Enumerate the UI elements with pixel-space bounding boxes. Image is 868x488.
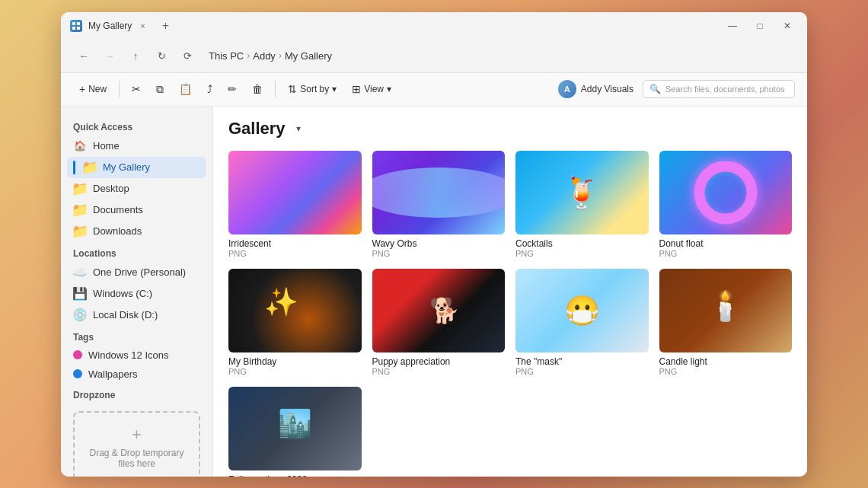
cut-button[interactable]: ✂ bbox=[126, 80, 147, 98]
search-placeholder: Search files, documents, photos bbox=[665, 85, 785, 94]
sidebar-item-desktop[interactable]: 📁 Desktop bbox=[67, 178, 206, 199]
gallery-item-wavy-orbs[interactable]: Wavy Orbs PNG bbox=[372, 151, 506, 258]
folder-documents-icon: 📁 bbox=[73, 203, 87, 217]
tags-label: Tags bbox=[67, 326, 206, 346]
folder-downloads-icon: 📁 bbox=[73, 225, 87, 238]
folder-gallery-icon: 📁 bbox=[83, 161, 97, 174]
sidebar-item-my-gallery[interactable]: 📁 My Gallery bbox=[67, 157, 206, 178]
tab-label: My Gallery bbox=[88, 21, 132, 31]
sidebar-item-wallpapers[interactable]: Wallpapers bbox=[67, 365, 206, 384]
gallery-item-puppy[interactable]: Puppy appreciation PNG bbox=[372, 269, 506, 376]
sidebar-home-label: Home bbox=[93, 140, 120, 152]
rename-icon: ✏ bbox=[228, 83, 237, 95]
gallery-item-cocktails[interactable]: Cocktails PNG bbox=[515, 151, 649, 258]
sort-button[interactable]: ⇅ Sort by ▾ bbox=[282, 80, 343, 98]
thumbnail-candle bbox=[659, 269, 793, 352]
history-button[interactable]: ↻ bbox=[151, 45, 172, 66]
refresh-button[interactable]: ⟳ bbox=[177, 45, 198, 66]
gallery-item-birthday[interactable]: My Birthday PNG bbox=[228, 269, 362, 376]
dropzone-label: Dropzone bbox=[67, 384, 206, 403]
cut-icon: ✂ bbox=[132, 83, 141, 95]
item-type-iridescent: PNG bbox=[228, 249, 362, 258]
item-type-puppy: PNG bbox=[372, 367, 506, 376]
item-type-candle: PNG bbox=[659, 367, 793, 376]
thumbnail-mask bbox=[515, 269, 649, 352]
paste-button[interactable]: 📋 bbox=[173, 80, 198, 98]
thumbnail-puppy bbox=[372, 269, 506, 352]
gallery-item-mask[interactable]: The "mask" PNG bbox=[515, 269, 649, 376]
gallery-item-donut-float[interactable]: Donut float PNG bbox=[659, 151, 793, 258]
item-title-birthday: My Birthday bbox=[228, 356, 362, 367]
sidebar-item-onedrive[interactable]: ☁️ One Drive (Personal) bbox=[67, 262, 206, 283]
nav-bar: ← → ↑ ↻ ⟳ This PC › Addy › My Gallery bbox=[61, 40, 807, 73]
delete-button[interactable]: 🗑 bbox=[246, 80, 269, 98]
sidebar-item-downloads[interactable]: 📁 Downloads bbox=[67, 221, 206, 242]
item-type-mask: PNG bbox=[515, 367, 649, 376]
user-button[interactable]: A Addy Visuals bbox=[552, 77, 640, 101]
dropzone-text: Drag & Drop temporary files here bbox=[87, 448, 187, 469]
gallery-dropdown-button[interactable]: ▾ bbox=[290, 120, 307, 137]
thumbnail-iridescent bbox=[228, 151, 362, 234]
view-chevron-icon: ▾ bbox=[387, 84, 391, 94]
folder-desktop-icon: 📁 bbox=[73, 182, 87, 196]
copy-icon: ⧉ bbox=[156, 83, 164, 96]
file-explorer-window: My Gallery × + — □ ✕ ← → ↑ ↻ ⟳ This PC ›… bbox=[61, 12, 807, 477]
item-type-cocktails: PNG bbox=[515, 249, 649, 258]
sidebar-item-local-d[interactable]: 💿 Local Disk (D:) bbox=[67, 305, 206, 326]
gallery-grid: Irridescent PNG Wavy Orbs PNG Cocktails … bbox=[228, 151, 792, 477]
forward-button[interactable]: → bbox=[99, 45, 120, 66]
sidebar-item-win12-icons[interactable]: Windows 12 Icons bbox=[67, 346, 206, 365]
close-button[interactable]: ✕ bbox=[777, 15, 798, 37]
active-tab[interactable]: My Gallery × bbox=[88, 18, 150, 33]
breadcrumb-current[interactable]: My Gallery bbox=[285, 50, 332, 62]
minimize-button[interactable]: — bbox=[722, 15, 743, 37]
item-title-donut-float: Donut float bbox=[659, 238, 793, 249]
copy-button[interactable]: ⧉ bbox=[150, 80, 170, 99]
sidebar-item-documents[interactable]: 📁 Documents bbox=[67, 199, 206, 221]
gallery-header: Gallery ▾ bbox=[228, 119, 792, 139]
tab-close-button[interactable]: × bbox=[135, 18, 150, 33]
item-title-cocktails: Cocktails bbox=[515, 238, 649, 249]
gallery-item-vacation[interactable]: Fall vacations 2020 PNG bbox=[228, 387, 362, 477]
active-indicator bbox=[73, 161, 75, 174]
breadcrumb-addy[interactable]: Addy bbox=[253, 50, 276, 62]
sort-icon: ⇅ bbox=[288, 83, 297, 95]
sidebar-desktop-label: Desktop bbox=[93, 183, 129, 194]
cloud-icon: ☁️ bbox=[73, 266, 87, 279]
up-button[interactable]: ↑ bbox=[125, 45, 146, 66]
toolbar-separator-1 bbox=[119, 81, 120, 97]
svg-rect-1 bbox=[77, 22, 80, 25]
back-button[interactable]: ← bbox=[73, 45, 94, 66]
item-title-iridescent: Irridescent bbox=[228, 238, 362, 249]
toolbar: + New ✂ ⧉ 📋 ⤴ ✏ 🗑 ⇅ Sort by ▾ ⊞ View bbox=[61, 73, 807, 107]
tab-add-button[interactable]: + bbox=[156, 17, 174, 35]
main-content: Gallery ▾ Irridescent PNG Wavy Orbs bbox=[213, 107, 807, 477]
new-button[interactable]: + New bbox=[73, 80, 113, 98]
quick-access-label: Quick Access bbox=[67, 116, 206, 136]
sidebar-item-windows-c[interactable]: 💾 Windows (C:) bbox=[67, 283, 206, 305]
gallery-item-candle[interactable]: Candle light PNG bbox=[659, 269, 793, 376]
share-button[interactable]: ⤴ bbox=[201, 80, 219, 98]
view-label: View bbox=[364, 84, 384, 94]
tag-dot-blue bbox=[73, 369, 82, 378]
rename-button[interactable]: ✏ bbox=[222, 80, 243, 98]
svg-rect-2 bbox=[72, 27, 75, 30]
dropzone-plus: + bbox=[87, 425, 187, 445]
item-title-mask: The "mask" bbox=[515, 356, 649, 367]
locations-label: Locations bbox=[67, 242, 206, 262]
breadcrumb-this-pc[interactable]: This PC bbox=[209, 50, 244, 62]
maximize-button[interactable]: □ bbox=[749, 15, 771, 37]
sidebar-item-home[interactable]: 🏠 Home bbox=[67, 136, 206, 157]
svg-rect-3 bbox=[77, 27, 80, 30]
dropzone-area[interactable]: + Drag & Drop temporary files here bbox=[73, 411, 200, 477]
thumbnail-vacation bbox=[228, 387, 362, 470]
item-title-wavy-orbs: Wavy Orbs bbox=[372, 238, 506, 249]
home-icon: 🏠 bbox=[73, 139, 87, 153]
search-bar[interactable]: 🔍 Search files, documents, photos bbox=[643, 80, 795, 98]
view-button[interactable]: ⊞ View ▾ bbox=[346, 80, 397, 98]
view-icon: ⊞ bbox=[352, 83, 361, 95]
gallery-item-iridescent[interactable]: Irridescent PNG bbox=[228, 151, 362, 258]
paste-icon: 📋 bbox=[179, 83, 192, 95]
item-title-candle: Candle light bbox=[659, 356, 793, 367]
sidebar-documents-label: Documents bbox=[93, 204, 143, 215]
